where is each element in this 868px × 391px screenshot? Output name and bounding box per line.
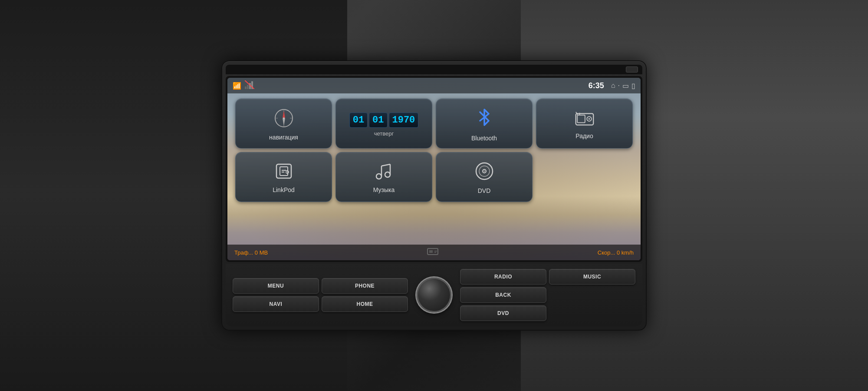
phone-button[interactable]: PHONE <box>322 278 408 294</box>
button-panel: MENU PHONE NAVI HOME RADIO MUSIC BACK DV… <box>226 264 642 326</box>
status-bar: 📶 6:35 ⌂ · ▭ ▯ <box>227 78 641 93</box>
head-unit: 📶 6:35 ⌂ · ▭ ▯ <box>221 60 647 331</box>
status-time: 6:35 <box>589 81 604 90</box>
navigation-label: навигация <box>269 134 298 141</box>
wifi-icon: 📶 <box>233 82 241 90</box>
home-status-icon: ⌂ <box>611 82 615 89</box>
info-bar: Траф... 0 MB Скор... 0 km/h <box>227 245 641 260</box>
svg-rect-35 <box>429 250 433 253</box>
svg-rect-14 <box>577 115 585 123</box>
back-button[interactable]: BACK <box>460 287 546 303</box>
screen[interactable]: 📶 6:35 ⌂ · ▭ ▯ <box>227 78 641 260</box>
radio-icon <box>575 109 594 129</box>
info-center-icon <box>427 247 439 258</box>
svg-rect-19 <box>276 164 291 178</box>
music-label: Музыка <box>373 186 395 193</box>
date-month: 01 <box>369 113 387 128</box>
music-icon <box>375 162 394 183</box>
bluetooth-button[interactable]: Bluetooth <box>436 99 533 149</box>
music-phys-button[interactable]: MUSIC <box>549 269 635 285</box>
music-button[interactable]: Музыка <box>335 152 432 202</box>
svg-point-26 <box>385 172 390 177</box>
app-grid: навигация 01 01 1970 четверг <box>232 95 636 205</box>
dot-icon: · <box>618 82 620 89</box>
svg-rect-1 <box>247 85 249 89</box>
signal-icon <box>245 80 254 91</box>
linkpod-icon <box>275 162 293 183</box>
sd-card-slot <box>626 66 638 73</box>
navi-button[interactable]: NAVI <box>233 296 319 312</box>
top-slot <box>226 65 642 74</box>
menu-button[interactable]: MENU <box>233 278 319 294</box>
svg-point-16 <box>588 118 590 120</box>
datetime-button[interactable]: 01 01 1970 четверг <box>335 99 432 149</box>
svg-line-29 <box>381 164 390 166</box>
home-button[interactable]: HOME <box>322 296 408 312</box>
linkpod-button[interactable]: LinkPod <box>235 152 332 202</box>
svg-point-25 <box>376 174 381 179</box>
day-label: четверг <box>374 130 394 137</box>
svg-point-33 <box>483 170 485 172</box>
right-button-group: RADIO MUSIC BACK DVD <box>460 269 635 321</box>
linkpod-label: LinkPod <box>273 186 295 193</box>
knob-area <box>412 278 456 312</box>
navigation-button[interactable]: навигация <box>235 99 332 149</box>
left-button-group: MENU PHONE NAVI HOME <box>233 278 408 312</box>
radio-label: Радио <box>575 133 593 139</box>
dvd-phys-button[interactable]: DVD <box>460 305 546 321</box>
dvd-button[interactable]: DVD <box>436 152 533 202</box>
speed-info: Скор... 0 km/h <box>598 249 634 256</box>
window-icon: ▭ <box>622 82 629 90</box>
status-icons: ⌂ · ▭ ▯ <box>611 82 635 90</box>
radio-phys-button[interactable]: RADIO <box>460 269 546 285</box>
bluetooth-label: Bluetooth <box>471 135 497 142</box>
svg-rect-0 <box>245 86 247 89</box>
dvd-icon <box>475 162 494 184</box>
date-display: 01 01 1970 <box>349 113 419 128</box>
screen-bezel: 📶 6:35 ⌂ · ▭ ▯ <box>226 76 642 262</box>
date-year: 1970 <box>389 113 419 128</box>
bluetooth-icon <box>476 108 493 131</box>
volume-knob[interactable] <box>417 278 451 312</box>
rect-icon: ▯ <box>631 82 635 90</box>
dvd-label: DVD <box>478 187 491 194</box>
date-day: 01 <box>349 113 368 128</box>
traffic-info: Траф... 0 MB <box>234 249 268 256</box>
radio-button[interactable]: Радио <box>536 99 633 149</box>
compass-icon <box>274 109 293 130</box>
